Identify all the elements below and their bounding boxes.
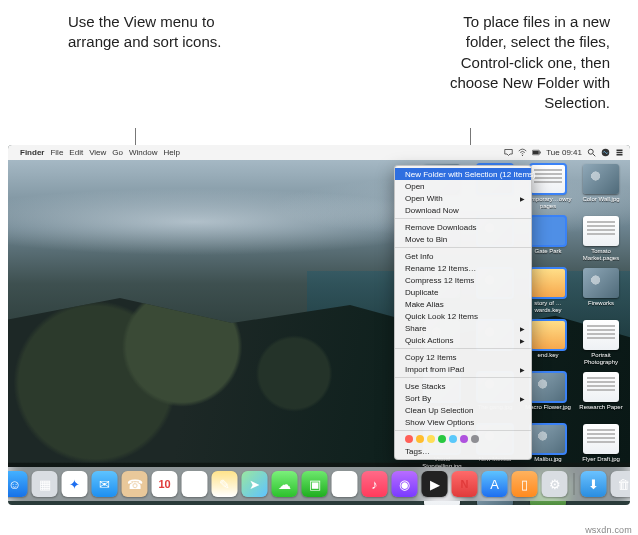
file-thumbnail-icon (583, 164, 619, 194)
file-thumbnail-icon (530, 372, 566, 402)
file-thumbnail-icon (530, 268, 566, 298)
macos-screenshot: Finder FileEditViewGoWindowHelp Tue 09:4… (8, 145, 630, 505)
desktop-file[interactable]: Research Paper (576, 372, 626, 422)
context-menu-item[interactable]: Rename 12 Items… (395, 262, 531, 274)
file-thumbnail-icon (583, 372, 619, 402)
menubar-item-file[interactable]: File (50, 148, 63, 157)
context-menu-item[interactable]: Open With (395, 192, 531, 204)
notification-center-icon[interactable] (615, 148, 624, 157)
svg-point-4 (588, 149, 593, 154)
desktop-file[interactable]: Tomato Market.pages (576, 216, 626, 266)
dock-app-music[interactable]: ♪ (362, 471, 388, 497)
context-menu-item[interactable]: Open (395, 180, 531, 192)
context-menu: New Folder with Selection (12 Items)Open… (394, 165, 532, 460)
context-menu-item[interactable]: Remove Downloads (395, 221, 531, 233)
desktop-file[interactable]: Portrait Photography (576, 320, 626, 370)
file-label: Fireworks (588, 300, 614, 307)
dock-app-maps[interactable]: ➤ (242, 471, 268, 497)
file-thumbnail-icon (530, 164, 566, 194)
context-menu-item[interactable]: Sort By (395, 392, 531, 404)
context-menu-item[interactable]: Quick Look 12 Items (395, 310, 531, 322)
tag-color-dot[interactable] (471, 435, 479, 443)
dock-app-calendar[interactable]: 10 (152, 471, 178, 497)
dock-app-contacts[interactable]: ☎ (122, 471, 148, 497)
context-menu-tags-more[interactable]: Tags… (395, 445, 531, 457)
tag-color-dot[interactable] (460, 435, 468, 443)
file-thumbnail-icon (530, 216, 566, 246)
context-menu-item[interactable]: Duplicate (395, 286, 531, 298)
desktop-file[interactable]: Color Wall.jpg (576, 164, 626, 214)
context-menu-item[interactable]: Share (395, 322, 531, 334)
dock-app-tv[interactable]: ▶ (422, 471, 448, 497)
tag-color-dot[interactable] (405, 435, 413, 443)
menubar-item-window[interactable]: Window (129, 148, 157, 157)
menubar-app[interactable]: Finder (20, 148, 44, 157)
file-label: Color Wall.jpg (582, 196, 619, 203)
svg-rect-2 (540, 152, 541, 154)
context-menu-separator (395, 377, 531, 378)
context-menu-item[interactable]: Make Alias (395, 298, 531, 310)
dock-app-news[interactable]: N (452, 471, 478, 497)
file-thumbnail-icon (530, 320, 566, 350)
siri-icon[interactable] (601, 148, 610, 157)
dock-app-safari[interactable]: ✦ (62, 471, 88, 497)
context-menu-item[interactable]: Clean Up Selection (395, 404, 531, 416)
context-menu-item[interactable]: Copy 12 Items (395, 351, 531, 363)
battery-icon[interactable] (532, 148, 541, 157)
dock-app-photos[interactable]: ✿ (332, 471, 358, 497)
svg-rect-9 (617, 154, 623, 156)
dock-app-notes[interactable]: ✎ (212, 471, 238, 497)
dock-app-facetime[interactable]: ▣ (302, 471, 328, 497)
svg-rect-7 (617, 150, 623, 152)
tag-color-dot[interactable] (427, 435, 435, 443)
desktop-file[interactable]: Fireworks (576, 268, 626, 318)
context-menu-item[interactable]: Get Info (395, 250, 531, 262)
file-label: Macro Flower.jpg (525, 404, 571, 411)
file-label: Malibu.jpg (534, 456, 561, 463)
dock-app-launchpad[interactable]: ▦ (32, 471, 58, 497)
file-label: Flyer Draft.jpg (582, 456, 620, 463)
context-menu-separator (395, 247, 531, 248)
dock-app-podcasts[interactable]: ◉ (392, 471, 418, 497)
context-menu-item[interactable]: New Folder with Selection (12 Items) (395, 168, 531, 180)
context-menu-item[interactable]: Import from iPad (395, 363, 531, 375)
menubar: Finder FileEditViewGoWindowHelp Tue 09:4… (8, 145, 630, 160)
file-label: Research Paper (579, 404, 622, 411)
context-menu-item[interactable]: Download Now (395, 204, 531, 216)
dock-app-trash[interactable]: 🗑 (611, 471, 631, 497)
context-menu-separator (395, 430, 531, 431)
dock-app-finder[interactable]: ☺ (8, 471, 28, 497)
dock-app-mail[interactable]: ✉ (92, 471, 118, 497)
context-menu-item[interactable]: Compress 12 Items (395, 274, 531, 286)
context-menu-item[interactable]: Move to Bin (395, 233, 531, 245)
file-label: end.key (537, 352, 558, 359)
menubar-clock[interactable]: Tue 09:41 (546, 148, 582, 157)
menubar-item-help[interactable]: Help (163, 148, 179, 157)
dock-app-messages[interactable]: ☁ (272, 471, 298, 497)
callouts: Use the View menu to arrange and sort ic… (0, 0, 638, 119)
watermark: wsxdn.com (585, 525, 632, 535)
file-label: Portrait Photography (576, 352, 626, 365)
tag-color-dot[interactable] (449, 435, 457, 443)
dock-app-downloads[interactable]: ⬇ (581, 471, 607, 497)
context-menu-tags[interactable] (395, 433, 531, 445)
search-icon[interactable] (587, 148, 596, 157)
dock-app-appstore[interactable]: A (482, 471, 508, 497)
dock-app-books[interactable]: ▯ (512, 471, 538, 497)
callout-view-menu: Use the View menu to arrange and sort ic… (68, 12, 238, 113)
file-thumbnail-icon (583, 424, 619, 454)
context-menu-item[interactable]: Show View Options (395, 416, 531, 428)
airplay-icon[interactable] (504, 148, 513, 157)
menubar-item-go[interactable]: Go (112, 148, 123, 157)
menubar-item-edit[interactable]: Edit (69, 148, 83, 157)
menubar-item-view[interactable]: View (89, 148, 106, 157)
tag-color-dot[interactable] (416, 435, 424, 443)
dock-app-reminders[interactable]: ≣ (182, 471, 208, 497)
tag-color-dot[interactable] (438, 435, 446, 443)
context-menu-item[interactable]: Quick Actions (395, 334, 531, 346)
svg-point-0 (522, 155, 523, 156)
context-menu-separator (395, 218, 531, 219)
context-menu-item[interactable]: Use Stacks (395, 380, 531, 392)
dock-app-settings[interactable]: ⚙ (542, 471, 568, 497)
wifi-icon[interactable] (518, 148, 527, 157)
